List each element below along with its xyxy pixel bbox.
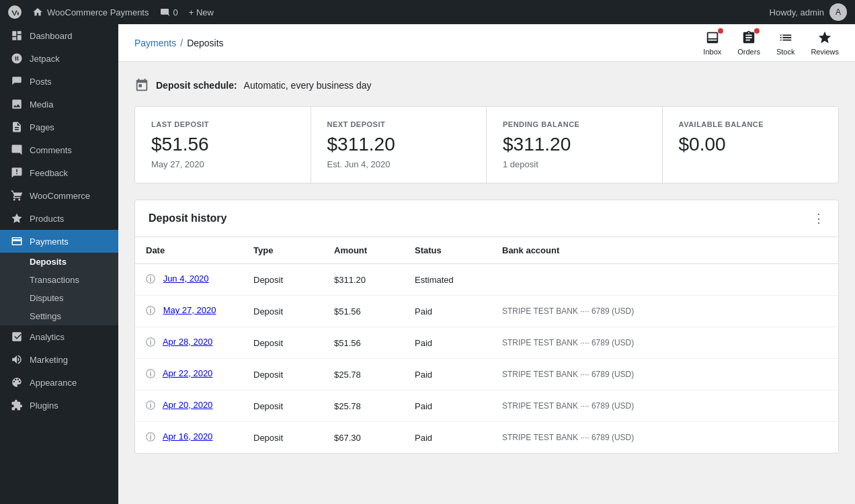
- comments-button[interactable]: 0: [159, 7, 177, 17]
- calendar-icon: [134, 78, 149, 93]
- breadcrumb-current: Deposits: [187, 38, 223, 48]
- sidebar-item-media[interactable]: Media: [0, 93, 118, 116]
- info-icon-5[interactable]: ⓘ: [146, 431, 155, 442]
- td-amount-5: $67.30: [323, 422, 404, 454]
- td-status-0: Estimated: [404, 264, 491, 296]
- td-status-2: Paid: [404, 327, 491, 359]
- info-icon-0[interactable]: ⓘ: [146, 274, 155, 284]
- jetpack-icon: [11, 52, 23, 65]
- topbar-right: Howdy, admin A: [770, 3, 847, 21]
- summary-card-next-deposit: NEXT DEPOSIT $311.20 Est. Jun 4, 2020: [311, 107, 487, 183]
- new-button[interactable]: + New: [189, 7, 214, 17]
- col-header-bank: Bank account: [491, 237, 838, 264]
- table-row: ⓘ Jun 4, 2020 Deposit $311.20 Estimated: [135, 264, 838, 296]
- sidebar-item-products[interactable]: Products: [0, 207, 118, 230]
- col-header-date: Date: [135, 237, 243, 264]
- wp-logo[interactable]: [8, 5, 22, 19]
- td-amount-0: $311.20: [323, 264, 404, 296]
- sidebar-item-payments[interactable]: Payments: [0, 230, 118, 253]
- info-icon-4[interactable]: ⓘ: [146, 400, 155, 411]
- sidebar-sub-settings[interactable]: Settings: [0, 307, 118, 325]
- td-status-3: Paid: [404, 359, 491, 390]
- col-header-type: Type: [243, 237, 323, 264]
- next-deposit-value: $311.20: [327, 134, 471, 155]
- deposit-date-link-5[interactable]: Apr 16, 2020: [163, 431, 212, 442]
- available-balance-value: $0.00: [679, 134, 823, 155]
- info-icon-2[interactable]: ⓘ: [146, 337, 155, 347]
- td-type-2: Deposit: [243, 327, 323, 359]
- table-row: ⓘ Apr 28, 2020 Deposit $51.56 Paid STRIP…: [135, 327, 838, 359]
- deposits-table: Date Type Amount Status Bank account ⓘ J…: [135, 237, 838, 453]
- td-date-5: ⓘ Apr 16, 2020: [135, 422, 243, 454]
- avatar[interactable]: A: [829, 3, 847, 21]
- payments-icon: [11, 235, 23, 247]
- sidebar-item-dashboard[interactable]: Dashboard: [0, 24, 118, 47]
- more-options-button[interactable]: ⋮: [813, 211, 825, 226]
- sidebar-item-jetpack[interactable]: Jetpack: [0, 47, 118, 70]
- sidebar-item-feedback[interactable]: Feedback: [0, 161, 118, 184]
- sidebar-item-comments[interactable]: Comments: [0, 138, 118, 161]
- sidebar-sub-deposits[interactable]: Deposits: [0, 253, 118, 271]
- inbox-button[interactable]: Inbox: [703, 30, 721, 56]
- reviews-button[interactable]: Reviews: [811, 30, 839, 56]
- media-icon: [11, 98, 23, 110]
- td-amount-1: $51.56: [323, 296, 404, 327]
- sidebar-item-woocommerce[interactable]: WooCommerce: [0, 184, 118, 207]
- marketing-icon: [11, 353, 23, 366]
- deposit-schedule-label: Deposit schedule:: [156, 80, 237, 91]
- deposit-date-link-1[interactable]: May 27, 2020: [163, 305, 216, 315]
- sidebar-sub-transactions[interactable]: Transactions: [0, 271, 118, 289]
- dashboard-icon: [11, 30, 23, 42]
- td-type-4: Deposit: [243, 390, 323, 422]
- posts-icon: [11, 75, 23, 87]
- td-date-3: ⓘ Apr 22, 2020: [135, 359, 243, 390]
- orders-button[interactable]: Orders: [737, 30, 760, 56]
- deposit-date-link-0[interactable]: Jun 4, 2020: [163, 274, 209, 284]
- summary-card-pending-balance: PENDING BALANCE $311.20 1 deposit: [487, 107, 663, 183]
- td-amount-3: $25.78: [323, 359, 404, 390]
- sidebar-item-plugins[interactable]: Plugins: [0, 394, 118, 417]
- deposit-date-link-3[interactable]: Apr 22, 2020: [163, 368, 212, 378]
- available-balance-label: AVAILABLE BALANCE: [679, 120, 823, 128]
- table-row: ⓘ Apr 16, 2020 Deposit $67.30 Paid STRIP…: [135, 422, 838, 454]
- sidebar-item-pages[interactable]: Pages: [0, 116, 118, 138]
- analytics-icon: [11, 331, 23, 343]
- info-icon-3[interactable]: ⓘ: [146, 368, 155, 379]
- pending-balance-sub: 1 deposit: [503, 159, 646, 169]
- page-content: Deposit schedule: Automatic, every busin…: [118, 62, 855, 504]
- sidebar-item-appearance[interactable]: Appearance: [0, 371, 118, 394]
- pages-icon: [11, 121, 23, 133]
- td-status-5: Paid: [404, 422, 491, 454]
- col-header-amount: Amount: [323, 237, 404, 264]
- orders-notification-dot: [754, 28, 760, 34]
- woocommerce-icon: [11, 190, 23, 202]
- layout: Dashboard Jetpack Posts Media Pages: [0, 24, 855, 504]
- td-bank-2: STRIPE TEST BANK ···· 6789 (USD): [491, 327, 838, 359]
- plugins-icon: [11, 399, 23, 411]
- payments-submenu: Deposits Transactions Disputes Settings: [0, 253, 118, 325]
- table-header-row: Date Type Amount Status Bank account: [135, 237, 838, 264]
- deposit-date-link-2[interactable]: Apr 28, 2020: [163, 337, 212, 347]
- td-type-5: Deposit: [243, 422, 323, 454]
- td-type-0: Deposit: [243, 264, 323, 296]
- products-icon: [11, 212, 23, 224]
- site-name[interactable]: WooCommerce Payments: [32, 7, 149, 17]
- inbox-icon: [704, 30, 721, 46]
- sidebar-item-posts[interactable]: Posts: [0, 70, 118, 93]
- sidebar-item-marketing[interactable]: Marketing: [0, 348, 118, 371]
- summary-cards: LAST DEPOSIT $51.56 May 27, 2020 NEXT DE…: [134, 106, 839, 183]
- page-header: Payments / Deposits Inbox O: [118, 24, 855, 62]
- stock-button[interactable]: Stock: [776, 30, 795, 56]
- td-amount-4: $25.78: [323, 390, 404, 422]
- sidebar-item-analytics[interactable]: Analytics: [0, 325, 118, 348]
- td-bank-0: [491, 264, 838, 296]
- table-row: ⓘ Apr 22, 2020 Deposit $25.78 Paid STRIP…: [135, 359, 838, 390]
- breadcrumb-parent-link[interactable]: Payments: [134, 38, 176, 48]
- deposit-date-link-4[interactable]: Apr 20, 2020: [163, 400, 212, 410]
- sidebar-sub-disputes[interactable]: Disputes: [0, 289, 118, 307]
- td-type-1: Deposit: [243, 296, 323, 327]
- td-bank-4: STRIPE TEST BANK ···· 6789 (USD): [491, 390, 838, 422]
- info-icon-1[interactable]: ⓘ: [146, 305, 155, 316]
- td-date-0: ⓘ Jun 4, 2020: [135, 264, 243, 296]
- deposit-history-title: Deposit history: [149, 212, 227, 224]
